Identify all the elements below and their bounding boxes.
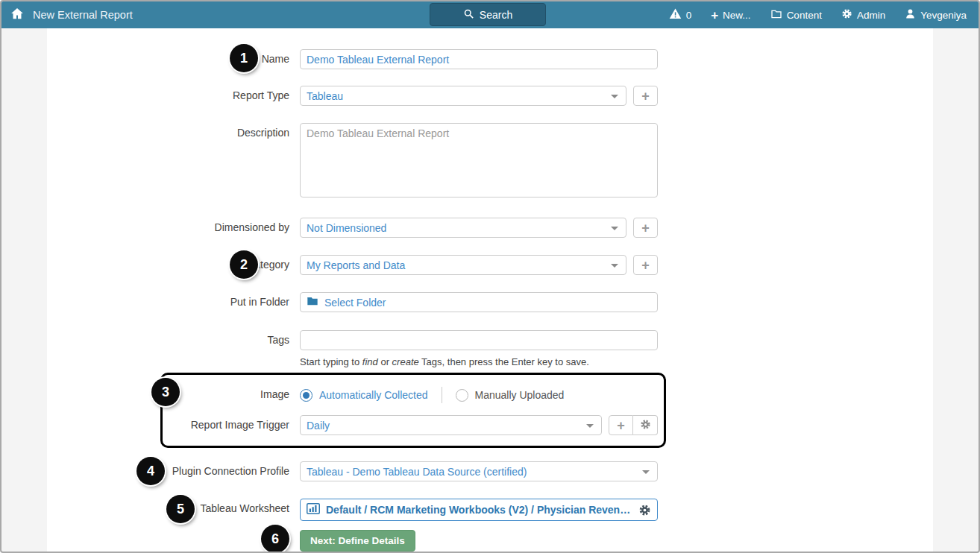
plugin-connection-profile-row: 4 Plugin Connection Profile Tableau - De… xyxy=(47,461,933,481)
search-button-label: Search xyxy=(480,9,512,21)
callout-3: 3 xyxy=(151,378,180,406)
chevron-down-icon xyxy=(611,95,618,98)
callout-6: 6 xyxy=(261,525,289,553)
name-row: 1 Name xyxy=(47,49,933,69)
dimensioned-by-row: Dimensioned by Not Dimensioned + xyxy=(47,218,933,238)
user-icon xyxy=(905,8,916,22)
blue-folder-icon xyxy=(307,295,318,309)
search-button[interactable]: Search xyxy=(430,3,546,26)
chevron-down-icon xyxy=(611,227,618,230)
callout-1: 1 xyxy=(230,44,258,72)
tableau-worksheet-picker[interactable]: Default / RCM Marketing Workbooks (V2) /… xyxy=(300,499,658,521)
home-icon xyxy=(10,7,24,23)
chevron-down-icon xyxy=(642,470,650,474)
callout-4: 4 xyxy=(136,457,165,485)
manually-uploaded-label[interactable]: Manually Uploaded xyxy=(475,389,565,401)
content-menu-item[interactable]: Content xyxy=(770,8,822,22)
form-panel: 1 Name Report Type Tableau + xyxy=(47,28,933,553)
tableau-worksheet-value: Default / RCM Marketing Workbooks (V2) /… xyxy=(326,504,632,516)
category-value: My Reports and Data xyxy=(307,259,405,271)
chevron-down-icon xyxy=(586,424,594,428)
alerts-menu-item[interactable]: 0 xyxy=(669,7,692,22)
image-row: Image Automatically Collected Manually U… xyxy=(163,385,664,403)
top-right-menu: 0 + New... Content Admin xyxy=(669,1,967,28)
plugin-connection-profile-select[interactable]: Tableau - Demo Tableau Data Source (cert… xyxy=(300,461,658,481)
warning-icon xyxy=(669,7,682,22)
dimensioned-by-select[interactable]: Not Dimensioned xyxy=(300,218,626,238)
category-row: 2 Category My Reports and Data + xyxy=(47,255,933,275)
admin-menu-label: Admin xyxy=(857,10,885,21)
report-image-trigger-label: Report Image Trigger xyxy=(163,415,300,431)
admin-menu-item[interactable]: Admin xyxy=(841,8,885,22)
tags-help-text: Start typing to find or create Tags, the… xyxy=(300,353,589,367)
plus-icon: + xyxy=(711,9,718,22)
home-button[interactable] xyxy=(10,7,24,23)
trigger-settings-button[interactable] xyxy=(633,415,658,435)
description-textarea[interactable]: Demo Tableau External Report xyxy=(300,123,658,197)
tableau-worksheet-row: 5 Tableau Worksheet Default / RCM Market… xyxy=(47,499,933,521)
plugin-connection-profile-value: Tableau - Demo Tableau Data Source (cert… xyxy=(307,466,527,478)
report-image-trigger-value: Daily xyxy=(307,420,330,432)
add-dimension-button[interactable]: + xyxy=(633,218,658,238)
name-input[interactable] xyxy=(300,49,658,69)
description-row: Description Demo Tableau External Report xyxy=(47,123,933,197)
plugin-connection-profile-label: Plugin Connection Profile xyxy=(47,461,300,477)
name-label: Name xyxy=(47,49,300,65)
new-menu-label: New... xyxy=(723,10,751,21)
category-select[interactable]: My Reports and Data xyxy=(300,255,626,275)
report-type-value: Tableau xyxy=(307,90,343,102)
report-type-row: Report Type Tableau + xyxy=(47,86,933,106)
radio-separator xyxy=(442,387,442,403)
automatically-collected-radio[interactable] xyxy=(300,389,312,402)
select-folder-label: Select Folder xyxy=(324,297,386,309)
user-menu-item[interactable]: Yevgeniya xyxy=(905,8,967,22)
report-type-label: Report Type xyxy=(47,86,300,101)
add-report-type-button[interactable]: + xyxy=(633,86,658,106)
image-label: Image xyxy=(163,385,300,400)
put-in-folder-row: Put in Folder Select Folder xyxy=(47,292,933,312)
dimensioned-by-value: Not Dimensioned xyxy=(307,222,386,234)
image-settings-callout-box: 3 Image Automatically Collected Manually… xyxy=(160,373,666,448)
top-navigation-bar: New External Report Search 0 + New... xyxy=(1,1,979,28)
callout-5: 5 xyxy=(166,495,195,523)
gear-icon xyxy=(640,419,651,432)
report-image-trigger-row: Report Image Trigger Daily + xyxy=(163,415,664,435)
chart-icon xyxy=(307,503,320,516)
next-define-details-button[interactable]: Next: Define Details xyxy=(300,530,415,552)
worksheet-settings-gear-icon[interactable] xyxy=(638,504,651,516)
callout-2: 2 xyxy=(230,250,258,279)
chevron-down-icon xyxy=(611,264,618,268)
gear-icon xyxy=(841,8,852,22)
page-title: New External Report xyxy=(33,9,133,21)
next-row: 6 Next: Define Details xyxy=(47,530,933,552)
new-menu-item[interactable]: + New... xyxy=(711,9,750,22)
user-menu-label: Yevgeniya xyxy=(920,10,967,21)
tags-help-row: Start typing to find or create Tags, the… xyxy=(47,353,933,367)
category-label: Category xyxy=(47,255,300,271)
description-label: Description xyxy=(47,123,300,139)
page-background: 1 Name Report Type Tableau + xyxy=(1,28,979,553)
add-category-button[interactable]: + xyxy=(633,255,658,275)
content-menu-label: Content xyxy=(787,10,822,21)
dimensioned-by-label: Dimensioned by xyxy=(47,218,300,233)
tags-row: Tags xyxy=(47,330,933,350)
report-image-trigger-select[interactable]: Daily xyxy=(300,415,602,435)
add-trigger-button[interactable]: + xyxy=(609,415,633,435)
tags-input[interactable] xyxy=(300,330,658,350)
put-in-folder-label: Put in Folder xyxy=(47,292,300,308)
manually-uploaded-radio[interactable] xyxy=(456,389,468,402)
alert-count: 0 xyxy=(686,10,692,21)
folder-icon xyxy=(770,8,782,22)
automatically-collected-label[interactable]: Automatically Collected xyxy=(319,389,428,401)
tags-label: Tags xyxy=(47,330,300,346)
search-icon xyxy=(463,8,474,22)
app-window: New External Report Search 0 + New... xyxy=(0,0,980,553)
report-type-select[interactable]: Tableau xyxy=(300,86,626,106)
select-folder-picker[interactable]: Select Folder xyxy=(300,292,658,312)
